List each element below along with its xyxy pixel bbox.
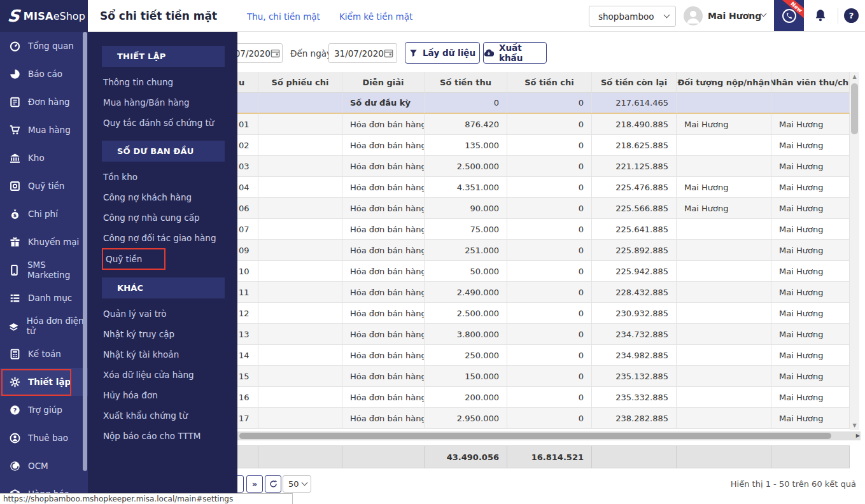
cell: Mai Hương	[771, 240, 850, 261]
table-row[interactable]: 16Hóa đơn bán hàng200.0000235.332.885Mai…	[237, 387, 850, 408]
accounting-calculator-icon	[8, 348, 21, 360]
cell: Hóa đơn bán hàng	[342, 324, 425, 345]
last-page-button[interactable]: »	[246, 475, 263, 493]
table-row[interactable]: 06Hóa đơn bán hàng90.0000225.566.885Mai …	[237, 198, 850, 219]
table-row[interactable]: 14Hóa đơn bán hàng250.0000234.982.885Mai…	[237, 345, 850, 366]
cell: 0	[507, 177, 592, 198]
flyout-item[interactable]: Nhật ký tài khoản	[88, 344, 237, 365]
sidebar-item-dashboard[interactable]: Tổng quan	[0, 32, 88, 60]
cell: 238.282.885	[592, 408, 677, 429]
table-row[interactable]: 10Hóa đơn bán hàng50.0000225.942.885Mai …	[237, 261, 850, 282]
table-row[interactable]: 09Hóa đơn bán hàng251.0000225.892.885Mai…	[237, 240, 850, 261]
flyout-item[interactable]: Nhật ký truy cập	[88, 324, 237, 344]
sidebar-item-purchase-cart[interactable]: Mua hàng	[0, 116, 88, 144]
table-row[interactable]: 11Hóa đơn bán hàng2.490.0000228.432.885M…	[237, 282, 850, 303]
cell: 218.625.885	[592, 135, 677, 156]
sidebar-item-settings-gear[interactable]: Thiết lập	[0, 368, 88, 396]
sidebar-scrollbar[interactable]	[83, 32, 87, 471]
sidebar-item-category-list[interactable]: Danh mục	[0, 284, 88, 312]
promotion-gift-icon	[8, 236, 21, 248]
notifications-bell-icon[interactable]	[812, 8, 829, 24]
vertical-scroll-thumb[interactable]	[851, 83, 858, 134]
to-date-input[interactable]: 31/07/2020	[328, 43, 397, 63]
sidebar-item-warehouse[interactable]: Kho	[0, 144, 88, 172]
phone-support-button[interactable]: New	[774, 0, 804, 31]
table-row[interactable]: 17Hóa đơn bán hàng2.950.0000238.282.885M…	[237, 408, 850, 429]
page-size-value: 50	[288, 479, 299, 489]
table-header-row[interactable]: uSố phiếu chiDiễn giảiSố tiền thuSố tiền…	[237, 72, 850, 93]
flyout-item[interactable]: Công nợ khách hàng	[88, 187, 237, 207]
flyout-item[interactable]: Quy tắc đánh số chứng từ	[88, 113, 237, 133]
table-row[interactable]: 04Hóa đơn bán hàng4.351.0000225.476.885M…	[237, 177, 850, 198]
flyout-item[interactable]: Quỹ tiền	[102, 248, 165, 270]
sidebar-item-cash-safe[interactable]: Quỹ tiền	[0, 172, 88, 200]
export-button[interactable]: Xuất khẩu	[483, 42, 547, 64]
load-data-button[interactable]: Lấy dữ liệu	[405, 42, 480, 64]
table-row[interactable]: 15Hóa đơn bán hàng150.0000235.132.885Mai…	[237, 366, 850, 387]
table-row[interactable]: 01Hóa đơn bán hàng876.4200218.490.885Mai…	[237, 114, 850, 135]
table-row[interactable]: 03Hóa đơn bán hàng2.500.0000221.125.885M…	[237, 156, 850, 177]
avatar[interactable]	[684, 6, 703, 25]
calendar-icon[interactable]	[271, 48, 280, 58]
browser-status-bar: https://shopbamboo.mshopkeeper.misa.loca…	[0, 493, 293, 504]
cell	[258, 177, 342, 198]
cell: Hóa đơn bán hàng	[342, 177, 425, 198]
sidebar-item-label: SMS Marketing	[27, 260, 88, 280]
cell: 234.732.885	[592, 324, 677, 345]
cell: Hóa đơn bán hàng	[342, 240, 425, 261]
table-row[interactable]: 12Hóa đơn bán hàng2.500.0000230.932.885M…	[237, 303, 850, 324]
table-vertical-scrollbar[interactable]: ▲ ▼	[850, 72, 859, 430]
flyout-item[interactable]: Hủy hóa đơn	[88, 385, 237, 405]
table-row[interactable]: 07Hóa đơn bán hàng75.0000225.641.885Mai …	[237, 219, 850, 240]
flyout-item[interactable]: Mua hàng/Bán hàng	[88, 92, 237, 113]
app-logo[interactable]: S MISAeShop	[0, 0, 88, 32]
cell	[258, 387, 342, 408]
flyout-item[interactable]: Nộp báo cáo cho TTTM	[88, 426, 237, 446]
sidebar-item-accounting-calculator[interactable]: Kế toán	[0, 340, 88, 368]
flyout-item[interactable]: Quản lý vai trò	[88, 304, 237, 324]
cell: Mai Hương	[771, 387, 850, 408]
sidebar-item-ocm-swirl[interactable]: OCM	[0, 452, 88, 480]
calendar-icon[interactable]	[384, 48, 393, 58]
help-button[interactable]: ?	[844, 8, 859, 23]
scroll-right-icon[interactable]: ▶	[856, 433, 860, 438]
refresh-button[interactable]	[265, 475, 281, 493]
cell: Hóa đơn bán hàng	[342, 261, 425, 282]
flyout-item[interactable]: Công nợ nhà cung cấp	[88, 207, 237, 228]
sidebar-item-orders[interactable]: Đơn hàng	[0, 88, 88, 116]
sidebar-item-help-circle[interactable]: ?Trợ giúp	[0, 396, 88, 424]
flyout-item[interactable]: Thông tin chung	[88, 72, 237, 92]
cell: 12	[237, 303, 258, 324]
flyout-item[interactable]: Tồn kho	[88, 167, 237, 187]
page-size-select[interactable]: 50	[283, 475, 311, 493]
cell: 225.566.885	[592, 198, 677, 219]
sidebar-item-promotion-gift[interactable]: Khuyến mại	[0, 228, 88, 256]
user-menu[interactable]: Mai Hương	[708, 11, 761, 21]
table-row[interactable]: 13Hóa đơn bán hàng3.800.0000234.732.885M…	[237, 324, 850, 345]
sidebar-item-einvoice-layers[interactable]: Hóa đơn điện tử	[0, 312, 88, 340]
scroll-down-icon[interactable]: ▼	[850, 421, 859, 430]
cell	[258, 261, 342, 282]
totals-cell	[592, 445, 677, 468]
cell: 07	[237, 219, 258, 240]
cloud-download-icon	[484, 48, 494, 57]
sidebar-item-expense-moneybag[interactable]: $Chi phí	[0, 200, 88, 228]
horizontal-scroll-thumb[interactable]	[239, 433, 831, 439]
cell	[677, 156, 771, 177]
tab-kiem-ke-tien-mat[interactable]: Kiểm kê tiền mặt	[339, 11, 412, 22]
opening-balance-row[interactable]: Số dư đầu kỳ00217.614.465	[237, 93, 850, 114]
cell	[258, 156, 342, 177]
sidebar-item-sms-phone[interactable]: SMS Marketing	[0, 256, 88, 284]
sidebar-item-goods-box[interactable]: Hàng hóa	[0, 480, 88, 493]
table-horizontal-scrollbar[interactable]: ▶	[237, 431, 861, 440]
cell: 0	[507, 324, 592, 345]
sidebar-item-subscription-person[interactable]: Thuê bao	[0, 424, 88, 452]
tab-thu-chi-tien-mat[interactable]: Thu, chi tiền mặt	[247, 11, 320, 22]
flyout-item[interactable]: Xóa dữ liệu cửa hàng	[88, 365, 237, 385]
flyout-item[interactable]: Công nợ đối tác giao hàng	[88, 228, 237, 248]
shop-selector[interactable]: shopbamboo	[589, 6, 676, 27]
flyout-item[interactable]: Xuất khẩu chứng từ	[88, 405, 237, 426]
scroll-up-icon[interactable]: ▲	[850, 72, 859, 81]
table-row[interactable]: 02Hóa đơn bán hàng135.0000218.625.885Mai…	[237, 135, 850, 156]
sidebar-item-report-pie[interactable]: Báo cáo	[0, 60, 88, 88]
